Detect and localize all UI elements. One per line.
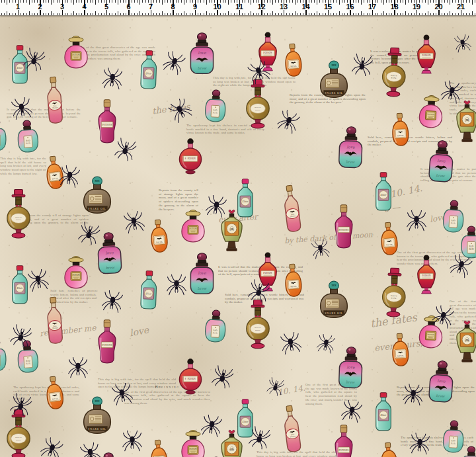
potion-bottle-t8 — [245, 79, 271, 130]
potion-bottle-t5 — [459, 446, 476, 457]
ruler-number: 19 — [413, 3, 420, 11]
potion-bottle-t3 — [40, 75, 68, 126]
spider-icon — [275, 108, 301, 136]
potion-bottle-t1 — [372, 171, 395, 212]
ruler-number: 18 — [390, 3, 398, 11]
spider-icon — [350, 52, 374, 77]
ruler-number: 16 — [346, 3, 354, 11]
fabric-background: One of the first great discoveries of th… — [0, 15, 476, 457]
spider-icon — [102, 67, 124, 91]
ruler-number: 14 — [301, 3, 309, 11]
ruler-number: 12 — [257, 3, 265, 11]
potion-bottle-t7 — [188, 32, 216, 75]
fabric-swatch-image: Elixir Elixir POTION — [0, 0, 476, 457]
potion-bottle-t4 — [331, 425, 356, 457]
potion-bottle-t6 — [376, 441, 401, 457]
ruler-number: 20 — [434, 3, 442, 11]
ruler-number: 9 — [193, 3, 197, 11]
ruler-number: 17 — [368, 3, 376, 11]
spider-icon — [68, 357, 88, 379]
spider-icon — [311, 239, 331, 261]
potion-bottle-t6 — [281, 263, 305, 299]
potion-bottle-t5 — [0, 118, 9, 153]
spider-icon — [122, 431, 142, 452]
potion-bottle-t5 — [14, 119, 42, 155]
spider-icon — [316, 333, 337, 355]
potion-bottle-t11 — [414, 254, 439, 296]
potion-bottle-t1 — [137, 269, 161, 311]
ruler-number: 1 — [16, 3, 20, 11]
potion-bottle-t1 — [372, 392, 395, 433]
potion-bottle-t5 — [202, 89, 229, 124]
ruler-number: 15 — [324, 3, 332, 11]
spider-icon — [161, 50, 186, 77]
potion-bottle-t10 — [317, 280, 350, 322]
spider-icon — [340, 399, 363, 425]
potion-bottle-t6 — [146, 438, 171, 457]
spider-icon — [79, 442, 102, 457]
potion-bottle-t7 — [188, 253, 216, 296]
spider-icon — [407, 210, 426, 232]
potion-bottle-t3 — [276, 183, 307, 235]
ruler-number: 10 — [213, 3, 221, 11]
spider-icon — [122, 210, 145, 235]
potion-bottle-t10 — [317, 60, 350, 102]
potion-bottle-t6 — [41, 374, 67, 411]
potion-bottle-t7 — [335, 346, 365, 390]
ruler-number: 11 — [235, 3, 243, 11]
potion-bottle-t7 — [335, 126, 365, 170]
ruler-number: 6 — [126, 3, 130, 11]
spider-icon — [26, 269, 50, 294]
spider-icon — [409, 433, 431, 456]
spider-icon — [167, 97, 194, 126]
ruler-number: 8 — [171, 3, 175, 11]
spider-icon — [210, 364, 235, 390]
potion-bottle-t6 — [281, 42, 305, 79]
potion-bottle-t6 — [388, 112, 412, 147]
potion-bottle-t4 — [95, 99, 120, 144]
ruler-number: 5 — [104, 3, 108, 11]
potion-bottle-t8 — [245, 299, 271, 350]
potion-bottle-t12 — [453, 98, 476, 146]
spider-icon — [110, 382, 134, 407]
potion-bottle-t6 — [146, 218, 171, 255]
spider-icon — [266, 376, 286, 397]
spider-icon — [167, 274, 186, 296]
spider-icon — [58, 165, 81, 190]
spider-icon — [204, 194, 227, 220]
ruler-number: 2 — [38, 3, 42, 11]
spider-icon — [10, 97, 33, 122]
ruler-number: 3 — [60, 3, 64, 11]
potion-bottle-t7 — [425, 140, 456, 185]
potion-bottle-t1 — [137, 49, 161, 91]
potion-bottle-t6 — [388, 332, 412, 368]
potion-bottle-t11b — [178, 358, 202, 395]
potion-bottle-t11b — [178, 138, 202, 175]
potion-bottle-t4 — [95, 319, 120, 364]
ruler: 12345678910111213141516171819202122 — [0, 0, 476, 16]
spider-icon — [200, 414, 223, 439]
ruler-number: 13 — [280, 3, 288, 11]
spider-icon — [403, 384, 424, 407]
potion-bottle-t8 — [380, 46, 409, 98]
potion-bottle-t10 — [81, 396, 114, 438]
potion-bottle-t5 — [202, 309, 229, 344]
spider-icon — [454, 34, 472, 54]
potion-bottle-t12 — [453, 318, 476, 366]
potion-bottle-t5 — [0, 339, 9, 373]
potion-bottle-t12 — [218, 427, 246, 457]
potion-bottle-t4 — [331, 204, 356, 249]
ruler-number: 4 — [82, 3, 86, 11]
motif-layer — [0, 15, 476, 457]
potion-bottle-t3 — [40, 296, 68, 346]
ruler-number: 7 — [149, 3, 153, 11]
potion-bottle-t11 — [414, 34, 439, 76]
ruler-number: 21 — [457, 3, 465, 11]
potion-bottle-t2 — [62, 253, 90, 289]
potion-bottle-t8 — [380, 267, 409, 318]
potion-bottle-t2 — [62, 32, 90, 69]
spider-icon — [279, 331, 302, 356]
potion-bottle-t7 — [425, 360, 456, 405]
ruler-numbers: 12345678910111213141516171819202122 — [0, 0, 476, 15]
potion-bottle-t3 — [276, 403, 307, 455]
